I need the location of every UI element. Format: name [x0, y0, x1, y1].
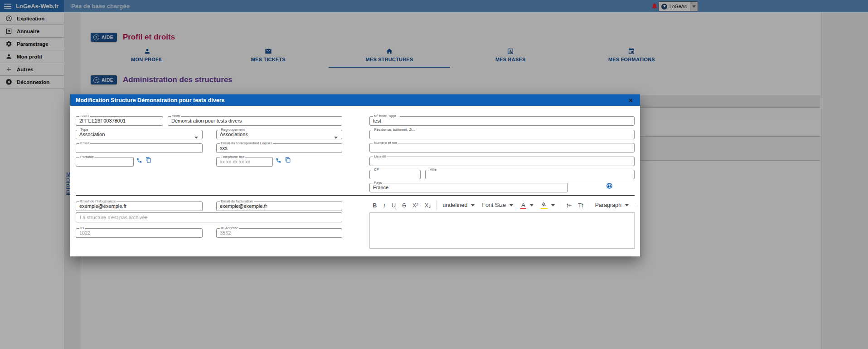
- field-label: Email du correspondant Logeas: [220, 142, 273, 145]
- fill-color-icon: [541, 202, 548, 209]
- field-label: Portable: [79, 155, 95, 159]
- modal-section-divider: [76, 195, 635, 196]
- email-field[interactable]: Email: [76, 142, 203, 153]
- field-placeholder: xx xx xx xx xx: [220, 159, 269, 165]
- field-label: ID: [79, 226, 85, 230]
- email-correspondant-field[interactable]: Email du correspondant Logeas xxx: [216, 142, 342, 153]
- field-label: Pays: [373, 181, 383, 185]
- field-value: France: [373, 185, 564, 191]
- id-adresse-field: ID Adresse 3562: [216, 226, 342, 238]
- globe-icon[interactable]: [606, 182, 613, 189]
- chevron-down-icon: [625, 204, 629, 208]
- field-label: Lieu-dit: [373, 155, 387, 158]
- field-value: [79, 145, 199, 151]
- editor-toolbar: B I U S X² X₂ undefined Font Size A t+ T…: [369, 199, 637, 211]
- cp-field[interactable]: CP: [369, 168, 421, 179]
- field-label: ID Adresse: [220, 226, 239, 230]
- field-value: exemple@exemple.fr: [79, 203, 199, 209]
- field-value: [373, 145, 631, 151]
- app-root: Pas de base chargée LoGeAs-Web.fr LoGeAs…: [0, 0, 868, 349]
- text-transform-button[interactable]: Tt: [578, 202, 583, 209]
- email-facturation-field[interactable]: Email de facturation exemple@exemple.fr: [216, 200, 342, 211]
- editor-content-area[interactable]: [369, 212, 635, 249]
- archive-status-box: La structure n'est pas archivée: [76, 212, 342, 222]
- field-value: [373, 158, 631, 164]
- numero-rue-field[interactable]: Numéro et rue: [369, 141, 635, 152]
- italic-button[interactable]: I: [383, 202, 385, 209]
- toolbar-divider: [589, 201, 589, 210]
- phone-icon[interactable]: [136, 157, 142, 163]
- modal-header: Modification Structure Démonstration pou…: [70, 94, 640, 106]
- field-label: Téléphone fixe: [220, 155, 245, 159]
- align-dropdown[interactable]: [636, 202, 637, 209]
- chevron-down-icon: [194, 137, 198, 141]
- toolbar-divider: [561, 201, 561, 210]
- field-label: N° boite, appt...: [373, 114, 400, 118]
- boite-field[interactable]: N° boite, appt... test: [369, 114, 635, 126]
- field-value: [429, 172, 631, 177]
- regroupement-select[interactable]: Regroupement Associations: [216, 128, 342, 139]
- subscript-button[interactable]: X₂: [425, 202, 431, 209]
- strikethrough-button[interactable]: S: [402, 202, 406, 209]
- font-size-dropdown[interactable]: Font Size: [482, 202, 513, 208]
- field-label: CP: [373, 168, 380, 172]
- field-label: Type: [79, 128, 89, 132]
- chevron-down-icon: [509, 204, 513, 208]
- portable-field[interactable]: Portable: [76, 155, 134, 167]
- id-field: ID 1022: [76, 226, 203, 238]
- field-value: 2FFEE23F00378001: [79, 118, 160, 124]
- font-family-dropdown[interactable]: undefined: [443, 202, 475, 208]
- paragraph-style-dropdown[interactable]: Paragraph: [595, 202, 629, 208]
- align-icon: [636, 202, 637, 209]
- highlight-color-dropdown[interactable]: [541, 202, 555, 209]
- toolbar-divider: [436, 201, 437, 210]
- underline-button[interactable]: U: [392, 202, 396, 209]
- close-icon[interactable]: ×: [629, 96, 633, 104]
- field-value: Démonstration pour tests divers: [171, 118, 339, 124]
- pays-field[interactable]: Pays France: [369, 181, 568, 192]
- telephone-fixe-field[interactable]: Téléphone fixe xx xx xx xx xx: [216, 155, 273, 167]
- suid-field[interactable]: SUID 2FFEE23F00378001: [76, 114, 163, 126]
- modal-title: Modification Structure Démonstration pou…: [76, 97, 225, 103]
- field-value: exemple@exemple.fr: [220, 203, 339, 209]
- field-value: xxx: [220, 145, 339, 151]
- field-label: Email: [79, 142, 90, 145]
- field-label: Résidence, bâtiment, ZI...: [373, 128, 416, 132]
- field-label: Numéro et rue: [373, 141, 398, 145]
- bold-button[interactable]: B: [373, 202, 377, 209]
- residence-field[interactable]: Résidence, bâtiment, ZI...: [369, 128, 635, 139]
- text-color-dropdown[interactable]: A: [520, 202, 533, 209]
- chevron-down-icon: [334, 137, 338, 141]
- lieu-dit-field[interactable]: Lieu-dit: [369, 155, 635, 166]
- phone-icon[interactable]: [276, 157, 281, 163]
- chevron-down-icon: [551, 204, 555, 208]
- field-value: 3562: [220, 230, 339, 236]
- chevron-down-icon: [471, 204, 475, 208]
- field-value: [373, 172, 417, 177]
- field-label: Ville: [429, 168, 437, 172]
- superscript-button[interactable]: X²: [412, 202, 418, 209]
- text-color-icon: A: [520, 202, 526, 209]
- field-value: 1022: [79, 230, 199, 236]
- field-label: Email de l'infogérance: [79, 200, 116, 203]
- paragraph-value: Paragraph: [595, 202, 621, 208]
- field-label: Email de facturation: [220, 200, 254, 203]
- archive-status-text: La structure n'est pas archivée: [80, 215, 147, 220]
- field-value: [79, 159, 130, 165]
- copy-icon[interactable]: [285, 157, 291, 163]
- field-value: Association: [79, 132, 199, 138]
- copy-icon[interactable]: [145, 157, 151, 163]
- field-value: Associations: [220, 132, 339, 138]
- field-value: [373, 132, 631, 138]
- line-height-button[interactable]: t+: [567, 202, 572, 209]
- font-size-value: Font Size: [482, 202, 506, 208]
- field-label: SUID: [79, 114, 90, 118]
- field-value: test: [373, 118, 631, 124]
- type-select[interactable]: Type Association: [76, 128, 203, 139]
- font-family-value: undefined: [443, 202, 468, 208]
- email-infogerance-field[interactable]: Email de l'infogérance exemple@exemple.f…: [76, 200, 203, 211]
- structure-edit-modal: Modification Structure Démonstration pou…: [70, 94, 640, 256]
- ville-field[interactable]: Ville: [425, 168, 635, 179]
- field-label: Regroupement: [220, 128, 246, 132]
- nom-field[interactable]: Nom Démonstration pour tests divers: [168, 114, 342, 126]
